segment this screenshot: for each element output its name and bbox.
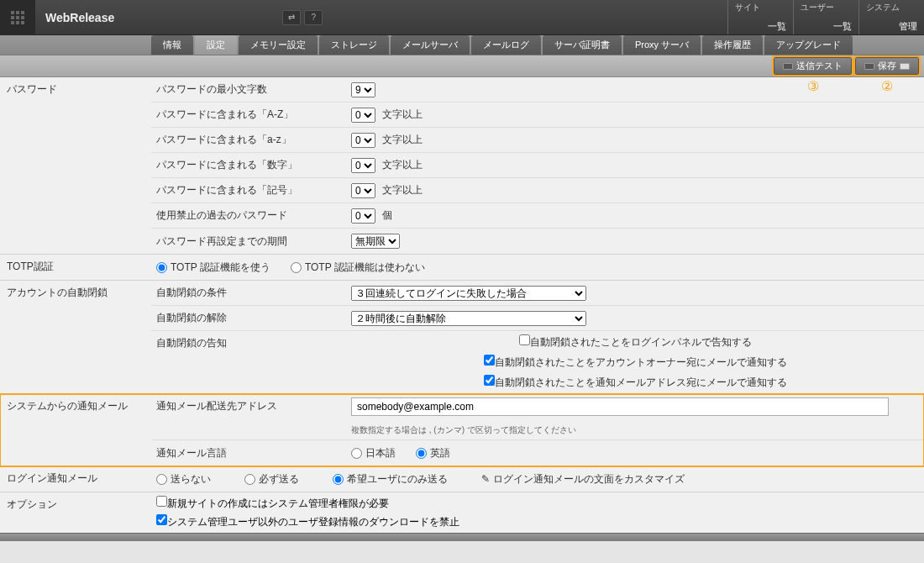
- setting-label: パスワードの最小文字数: [156, 81, 351, 98]
- setting-label: 使用禁止の過去のパスワード: [156, 207, 351, 224]
- totp-notuse-radio[interactable]: TOTP 認証機能は使わない: [291, 260, 425, 275]
- setting-label: 自動閉鎖の条件: [156, 284, 351, 302]
- lock-release-select[interactable]: ２時間後に自動解除: [351, 311, 586, 326]
- setting-label: 通知メール配送先アドレス: [156, 397, 351, 436]
- symbol-select[interactable]: 0: [351, 183, 375, 198]
- setting-label: 自動閉鎖の告知: [156, 334, 351, 352]
- button-label: 送信テスト: [796, 60, 843, 72]
- pencil-icon: [481, 473, 490, 485]
- prohibit-select[interactable]: 0: [351, 208, 375, 224]
- logo-icon: [0, 0, 35, 35]
- upper-select[interactable]: 0: [351, 108, 375, 123]
- button-label: 保存: [878, 60, 896, 72]
- top-group-system[interactable]: システム 管理: [858, 0, 924, 34]
- lang-en-radio[interactable]: 英語: [416, 446, 450, 460]
- section-label: システムからの通知メール: [0, 394, 151, 466]
- top-group-label: システム: [866, 2, 917, 13]
- loginmail-always-radio[interactable]: 必ず送る: [244, 472, 299, 487]
- tab-mailserver[interactable]: メールサーバ: [391, 35, 470, 55]
- topbar-mid-icons: ⇄ ?: [282, 10, 323, 25]
- opt2-check[interactable]: システム管理ユーザ以外のユーザ登録情報のダウンロードを禁止: [156, 514, 459, 529]
- tab-maillog[interactable]: メールログ: [471, 35, 541, 55]
- hint-text: 複数指定する場合は , (カンマ) で区切って指定してください: [351, 424, 576, 436]
- digit-select[interactable]: 0: [351, 158, 375, 173]
- disk-icon: [900, 63, 910, 70]
- loginmail-none-radio[interactable]: 送らない: [156, 472, 211, 487]
- setting-label: パスワードに含まれる「数字」: [156, 156, 351, 174]
- top-group-user[interactable]: ユーザー 一覧: [793, 0, 858, 34]
- section-sysmail: ① システムからの通知メール 通知メール配送先アドレス 複数指定する場合は , …: [0, 394, 924, 466]
- notify-owner-check[interactable]: 自動閉鎖されたことをアカウントオーナー宛にメールで通知する: [484, 355, 787, 370]
- tab-history[interactable]: 操作履歴: [702, 35, 763, 55]
- section-label: オプション: [0, 492, 151, 533]
- loginmail-pref-radio[interactable]: 希望ユーザにのみ送る: [333, 472, 448, 487]
- section-option: オプション 新規サイトの作成にはシステム管理者権限が必要 システム管理ユーザ以外…: [0, 492, 924, 533]
- notify-panel-check[interactable]: 自動閉鎖されたことをログインパネルで告知する: [519, 334, 752, 350]
- opt1-check[interactable]: 新規サイトの作成にはシステム管理者権限が必要: [156, 496, 389, 511]
- tabs: 情報 設定 メモリー設定 ストレージ メールサーバ メールログ サーバ証明書 P…: [0, 35, 924, 55]
- tab-upgrade[interactable]: アップグレード: [764, 35, 853, 55]
- history-icon[interactable]: ⇄: [282, 10, 301, 25]
- toolbar: 送信テスト ③ 保存 ②: [0, 55, 924, 77]
- content: パスワード パスワードの最小文字数 9 パスワードに含まれる「A-Z」 0文字以…: [0, 77, 924, 533]
- section-totp: TOTP認証 TOTP 認証機能を使う TOTP 認証機能は使わない: [0, 255, 924, 281]
- lang-ja-radio[interactable]: 日本語: [351, 446, 396, 460]
- topbar: WebRelease ⇄ ? サイト 一覧 ユーザー 一覧 システム 管理: [0, 0, 924, 35]
- top-group-site[interactable]: サイト 一覧: [727, 0, 793, 34]
- tab-settings[interactable]: 設定: [195, 35, 237, 55]
- tab-info[interactable]: 情報: [151, 35, 193, 55]
- totp-use-radio[interactable]: TOTP 認証機能を使う: [156, 260, 270, 275]
- setting-label: 通知メール言語: [156, 445, 351, 462]
- send-test-button[interactable]: 送信テスト ③: [774, 57, 852, 75]
- tab-cert[interactable]: サーバ証明書: [543, 35, 622, 55]
- topbar-right: サイト 一覧 ユーザー 一覧 システム 管理: [727, 0, 924, 34]
- section-label: アカウントの自動閉鎖: [0, 281, 151, 393]
- tab-storage[interactable]: ストレージ: [319, 35, 389, 55]
- brand-label: WebRelease: [45, 11, 114, 24]
- unit-label: 文字以上: [382, 183, 423, 197]
- lower-select[interactable]: 0: [351, 133, 375, 148]
- setting-label: パスワードに含まれる「記号」: [156, 182, 351, 199]
- setting-label: パスワード再設定までの期間: [156, 233, 351, 250]
- setting-label: パスワードに含まれる「a-z」: [156, 131, 351, 149]
- section-lock: アカウントの自動閉鎖 自動閉鎖の条件 ３回連続してログインに失敗した場合 自動閉…: [0, 281, 924, 394]
- annotation-2: ②: [881, 78, 893, 94]
- customize-mail-link[interactable]: ログイン通知メールの文面をカスタマイズ: [481, 472, 685, 487]
- top-group-label: ユーザー: [801, 2, 852, 13]
- section-password: パスワード パスワードの最小文字数 9 パスワードに含まれる「A-Z」 0文字以…: [0, 77, 924, 255]
- top-group-action: 管理: [866, 20, 917, 33]
- tab-memory[interactable]: メモリー設定: [239, 35, 318, 55]
- unit-label: 文字以上: [382, 158, 423, 172]
- section-loginmail: ログイン通知メール 送らない 必ず送る 希望ユーザにのみ送る ログイン通知メール…: [0, 466, 924, 492]
- min-length-select[interactable]: 9: [351, 82, 375, 97]
- notify-addr-check[interactable]: 自動閉鎖されたことを通知メールアドレス宛にメールで通知する: [484, 375, 787, 390]
- section-label: パスワード: [0, 77, 151, 254]
- top-group-action: 一覧: [801, 20, 852, 33]
- save-button[interactable]: 保存 ②: [855, 57, 919, 75]
- tab-proxy[interactable]: Proxy サーバ: [623, 35, 701, 55]
- unit-label: 文字以上: [382, 108, 423, 122]
- section-label: TOTP認証: [0, 255, 151, 280]
- save-icon: [864, 63, 874, 70]
- top-group-label: サイト: [735, 2, 786, 13]
- section-label: ログイン通知メール: [0, 466, 151, 492]
- help-icon[interactable]: ?: [304, 10, 323, 25]
- bottombar: [0, 533, 924, 541]
- expire-select[interactable]: 無期限: [351, 234, 400, 249]
- unit-label: 文字以上: [382, 133, 423, 147]
- send-icon: [783, 63, 793, 70]
- annotation-3: ③: [807, 78, 819, 94]
- setting-label: 自動閉鎖の解除: [156, 309, 351, 327]
- top-group-action: 一覧: [735, 20, 786, 33]
- lock-cond-select[interactable]: ３回連続してログインに失敗した場合: [351, 286, 586, 301]
- notify-address-input[interactable]: [351, 397, 889, 416]
- setting-label: パスワードに含まれる「A-Z」: [156, 106, 351, 124]
- unit-label: 個: [382, 208, 392, 223]
